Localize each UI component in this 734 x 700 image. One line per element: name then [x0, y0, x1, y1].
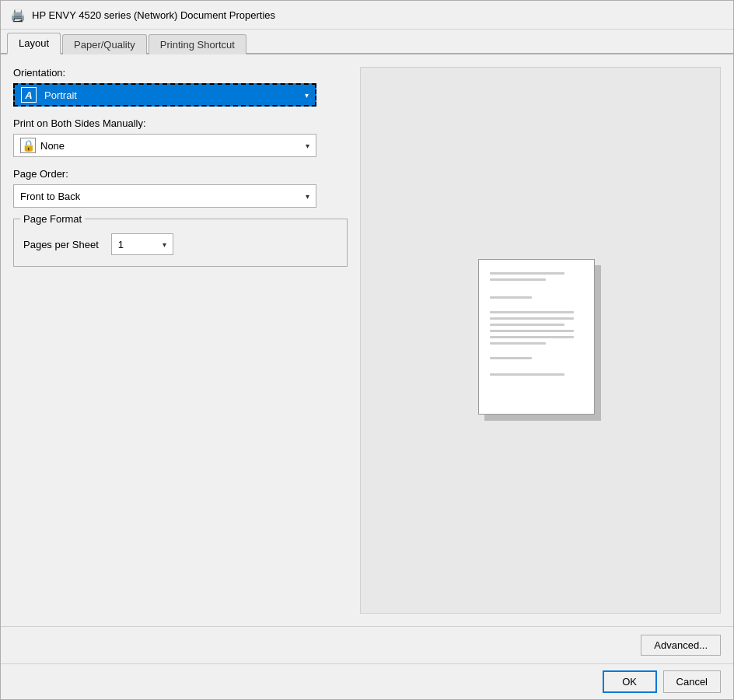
- tab-paper-quality[interactable]: Paper/Quality: [62, 34, 147, 54]
- footer-bar: OK Cancel: [1, 663, 733, 699]
- paper-line-8: [490, 336, 574, 338]
- pages-per-sheet-select[interactable]: 1 ▾ 1 2 4 6 9 16: [111, 233, 173, 255]
- dialog-window: 🖨️ HP ENVY 4520 series (Network) Documen…: [0, 0, 734, 700]
- paper-line-7: [490, 330, 574, 332]
- paper-line-3: [490, 296, 532, 299]
- paper-line-6: [490, 324, 564, 326]
- cancel-button[interactable]: Cancel: [663, 670, 721, 693]
- title-bar: 🖨️ HP ENVY 4520 series (Network) Documen…: [1, 1, 733, 30]
- tab-printing-shortcut[interactable]: Printing Shortcut: [149, 34, 246, 54]
- paper-line-5: [490, 317, 574, 320]
- paper-line-11: [490, 373, 564, 376]
- orientation-label: Orientation:: [13, 67, 348, 79]
- pages-per-sheet-row: Pages per Sheet 1 ▾ 1 2 4 6 9 16: [23, 233, 337, 255]
- page-format-legend: Page Format: [20, 213, 85, 225]
- tab-layout[interactable]: Layout: [7, 33, 61, 54]
- both-sides-select[interactable]: 🔒 None ▾ None Flip on Long Edge Flip on …: [13, 134, 316, 157]
- content-area: Orientation: A Portrait ▾ Portrait Lands…: [1, 54, 733, 626]
- page-order-group: Page Order: Front to Back ▾ Front to Bac…: [13, 168, 348, 208]
- left-panel: Orientation: A Portrait ▾ Portrait Lands…: [13, 67, 348, 614]
- page-order-label: Page Order:: [13, 168, 348, 180]
- both-sides-label: Print on Both Sides Manually:: [13, 117, 348, 129]
- paper-line-10: [490, 357, 532, 359]
- advanced-button[interactable]: Advanced...: [641, 635, 721, 656]
- paper-line-2: [490, 278, 546, 281]
- dialog-title: HP ENVY 4520 series (Network) Document P…: [32, 9, 275, 21]
- page-order-select[interactable]: Front to Back ▾ Front to Back Back to Fr…: [13, 184, 316, 208]
- paper-preview: [478, 259, 603, 422]
- ok-button[interactable]: OK: [603, 670, 657, 693]
- pages-per-sheet-label: Pages per Sheet: [23, 239, 99, 250]
- page-format-group: Page Format Pages per Sheet 1 ▾ 1 2 4 6 …: [13, 219, 348, 267]
- orientation-select[interactable]: A Portrait ▾ Portrait Landscape: [13, 83, 316, 107]
- bottom-bar: Advanced...: [1, 626, 733, 663]
- paper-line-4: [490, 311, 574, 313]
- paper-line-1: [490, 272, 564, 275]
- paper-line-9: [490, 342, 546, 345]
- both-sides-group: Print on Both Sides Manually: 🔒 None ▾ N…: [13, 117, 348, 157]
- paper-content: [479, 260, 594, 388]
- printer-icon: 🖨️: [10, 7, 26, 23]
- paper-main: [478, 259, 595, 415]
- orientation-group: Orientation: A Portrait ▾ Portrait Lands…: [13, 67, 348, 107]
- preview-panel: [360, 67, 721, 614]
- tab-bar: Layout Paper/Quality Printing Shortcut: [1, 30, 733, 54]
